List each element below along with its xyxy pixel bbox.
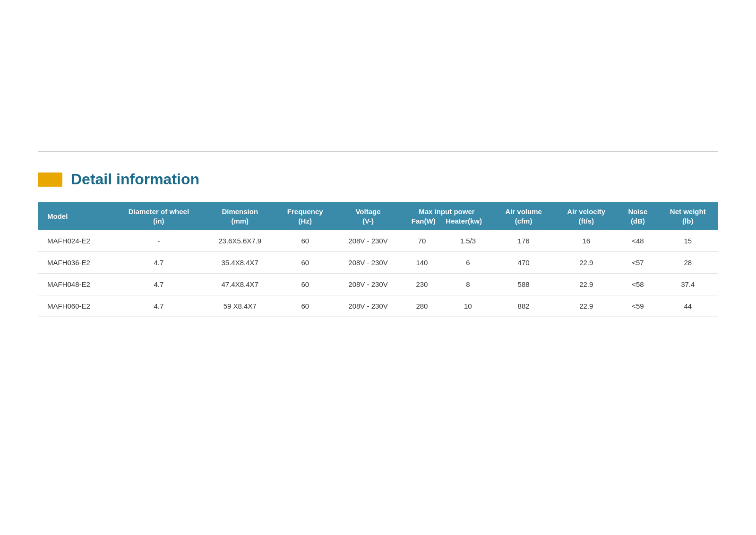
cell-voltage-1: 208V - 230V (335, 252, 401, 274)
cell-dimension-0: 23.6X5.6X7.9 (205, 230, 275, 252)
col-header-noise: Noise (dB) (618, 202, 657, 230)
cell-fan-2: 230 (401, 274, 443, 295)
cell-air-velocity-3: 22.9 (554, 295, 618, 317)
table-row: MAFH048-E2 4.7 47.4X8.4X7 60 208V - 230V… (38, 274, 718, 295)
cell-noise-1: <57 (618, 252, 657, 274)
section-header: Detail information (38, 171, 718, 188)
cell-net-weight-3: 44 (658, 295, 718, 317)
col-header-air-volume: Air volume (cfm) (493, 202, 555, 230)
table-header-row: Model Diameter of wheel (in) Dimension (… (38, 202, 718, 230)
cell-model-2: MAFH048-E2 (38, 274, 112, 295)
section-title: Detail information (71, 171, 199, 188)
cell-voltage-2: 208V - 230V (335, 274, 401, 295)
cell-frequency-2: 60 (275, 274, 335, 295)
cell-fan-0: 70 (401, 230, 443, 252)
cell-frequency-3: 60 (275, 295, 335, 317)
cell-frequency-1: 60 (275, 252, 335, 274)
col-header-max-input-power: Max input power Fan(W) Heater(kw) (401, 202, 493, 230)
cell-noise-3: <59 (618, 295, 657, 317)
col-header-diameter: Diameter of wheel (in) (112, 202, 205, 230)
cell-model-3: MAFH060-E2 (38, 295, 112, 317)
section-icon-block (38, 173, 62, 187)
col-header-voltage: Voltage (V-) (335, 202, 401, 230)
cell-fan-3: 280 (401, 295, 443, 317)
cell-net-weight-2: 37.4 (658, 274, 718, 295)
col-header-frequency: Frequency (Hz) (275, 202, 335, 230)
cell-diameter-2: 4.7 (112, 274, 205, 295)
cell-diameter-0: - (112, 230, 205, 252)
table-row: MAFH060-E2 4.7 59 X8.4X7 60 208V - 230V … (38, 295, 718, 317)
page-container: Detail information Model Diameter of whe… (0, 0, 756, 535)
bottom-spacer (38, 317, 718, 459)
cell-air-volume-1: 470 (493, 252, 555, 274)
cell-voltage-0: 208V - 230V (335, 230, 401, 252)
cell-air-volume-3: 882 (493, 295, 555, 317)
cell-heater-1: 6 (443, 252, 493, 274)
cell-heater-3: 10 (443, 295, 493, 317)
section-divider (38, 151, 718, 152)
cell-air-velocity-2: 22.9 (554, 274, 618, 295)
cell-air-velocity-0: 16 (554, 230, 618, 252)
col-header-net-weight: Net weight (lb) (658, 202, 718, 230)
cell-fan-1: 140 (401, 252, 443, 274)
cell-net-weight-0: 15 (658, 230, 718, 252)
cell-voltage-3: 208V - 230V (335, 295, 401, 317)
cell-dimension-3: 59 X8.4X7 (205, 295, 275, 317)
col-header-air-velocity: Air velocity (ft/s) (554, 202, 618, 230)
cell-model-1: MAFH036-E2 (38, 252, 112, 274)
cell-heater-0: 1.5/3 (443, 230, 493, 252)
cell-air-volume-0: 176 (493, 230, 555, 252)
cell-heater-2: 8 (443, 274, 493, 295)
col-header-dimension: Dimension (mm) (205, 202, 275, 230)
cell-air-volume-2: 588 (493, 274, 555, 295)
cell-noise-2: <58 (618, 274, 657, 295)
cell-frequency-0: 60 (275, 230, 335, 252)
cell-noise-0: <48 (618, 230, 657, 252)
cell-air-velocity-1: 22.9 (554, 252, 618, 274)
cell-diameter-1: 4.7 (112, 252, 205, 274)
detail-table: Model Diameter of wheel (in) Dimension (… (38, 202, 718, 317)
cell-diameter-3: 4.7 (112, 295, 205, 317)
cell-dimension-2: 47.4X8.4X7 (205, 274, 275, 295)
col-header-model: Model (38, 202, 112, 230)
table-row: MAFH036-E2 4.7 35.4X8.4X7 60 208V - 230V… (38, 252, 718, 274)
cell-model-0: MAFH024-E2 (38, 230, 112, 252)
top-spacer (38, 19, 718, 151)
cell-net-weight-1: 28 (658, 252, 718, 274)
table-row: MAFH024-E2 - 23.6X5.6X7.9 60 208V - 230V… (38, 230, 718, 252)
cell-dimension-1: 35.4X8.4X7 (205, 252, 275, 274)
